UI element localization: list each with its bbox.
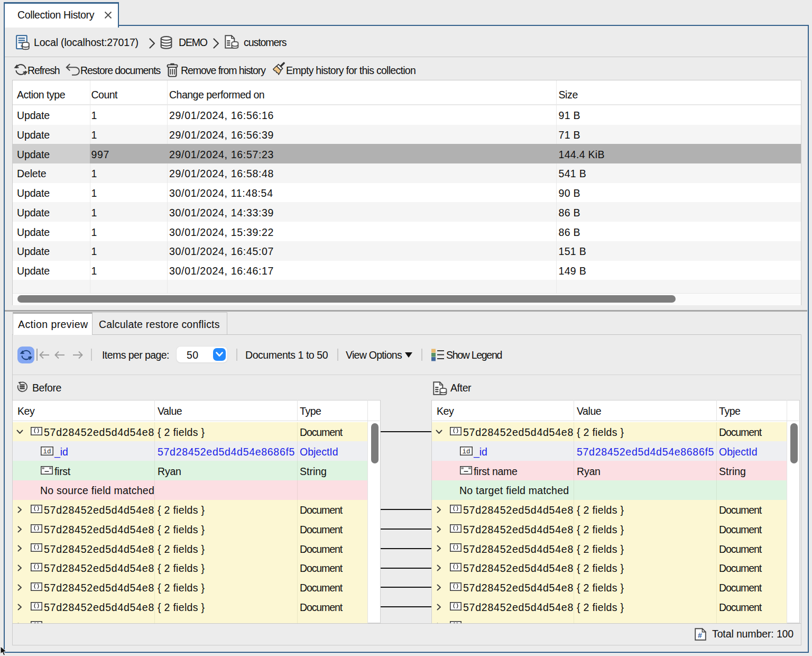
svg-text:#: # — [698, 631, 702, 640]
svg-text:id: id — [462, 448, 470, 455]
svg-text:id: id — [43, 448, 51, 455]
